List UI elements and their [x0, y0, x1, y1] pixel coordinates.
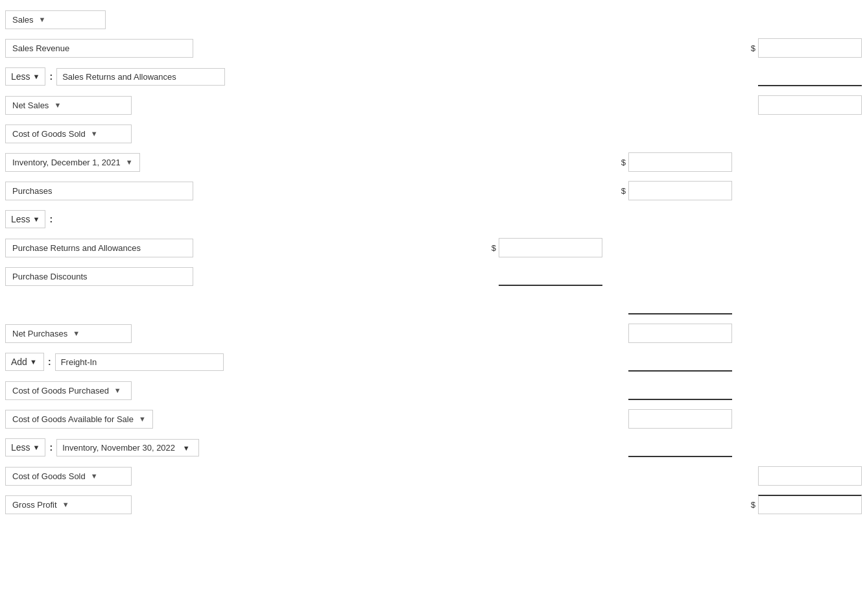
cogs2-input[interactable]: [758, 466, 862, 486]
less-inv-nov-input[interactable]: [628, 438, 732, 457]
gross-profit-input[interactable]: [758, 495, 862, 514]
cogs-header-label: Cost of Goods Sold: [12, 129, 86, 139]
sales-revenue-row: Sales Revenue $: [5, 34, 862, 62]
freight-input[interactable]: [628, 352, 732, 372]
cogs2-row: Cost of Goods Sold ▼: [5, 462, 862, 490]
sales-revenue-label-box: Sales Revenue: [5, 39, 193, 58]
inv-nov-label: Inventory, November 30, 2022: [62, 443, 175, 453]
subtotal-input-group: [628, 295, 732, 314]
cogp-label-box[interactable]: Cost of Goods Purchased ▼: [5, 381, 132, 400]
less1-arrow: ▼: [33, 73, 40, 80]
purchase-returns-input-group: $: [492, 238, 602, 257]
purchase-discounts-label-box: Purchase Discounts: [5, 267, 193, 286]
net-sales-input-group: [758, 95, 862, 115]
sales-header-arrow: ▼: [39, 16, 46, 23]
purchase-discounts-input-group: [499, 267, 602, 286]
cogs2-label-box[interactable]: Cost of Goods Sold ▼: [5, 467, 132, 486]
purchase-returns-row: Purchase Returns and Allowances $: [5, 233, 862, 262]
less3-arrow1: ▼: [33, 444, 40, 451]
cogp-input-group: [628, 381, 732, 400]
cogs-header-label-box[interactable]: Cost of Goods Sold ▼: [5, 124, 132, 143]
purchase-returns-label-box: Purchase Returns and Allowances: [5, 239, 193, 257]
less2-select-label: Less: [11, 214, 30, 224]
sales-returns-label: Sales Returns and Allowances: [62, 72, 176, 82]
cogas-row: Cost of Goods Available for Sale ▼: [5, 405, 862, 433]
sales-revenue-label: Sales Revenue: [12, 43, 69, 53]
cogp-input[interactable]: [628, 381, 732, 400]
less1-input-group: [758, 67, 862, 86]
purchase-returns-input[interactable]: [499, 238, 602, 257]
net-purchases-arrow: ▼: [73, 329, 80, 337]
cogp-arrow: ▼: [114, 386, 121, 394]
purchases-label: Purchases: [12, 186, 52, 196]
add-freight-row: Add ▼ : Freight-In: [5, 348, 862, 376]
inv-dec-label: Inventory, December 1, 2021: [12, 158, 121, 167]
less1-select[interactable]: Less ▼: [5, 67, 45, 86]
sales-revenue-input-group: $: [751, 38, 862, 58]
cogas-label-box[interactable]: Cost of Goods Available for Sale ▼: [5, 410, 153, 429]
net-sales-label-box[interactable]: Net Sales ▼: [5, 96, 132, 115]
less3-colon: :: [49, 442, 53, 453]
add-freight-input-group: [628, 352, 732, 372]
gross-profit-arrow: ▼: [62, 501, 69, 508]
sales-revenue-input[interactable]: [758, 38, 862, 58]
freight-text-box: Freight-In: [55, 353, 224, 371]
sales-header-dropdown[interactable]: Sales ▼: [5, 10, 106, 29]
inv-dec-input[interactable]: [628, 152, 732, 172]
less1-colon: :: [49, 71, 53, 82]
cogas-arrow: ▼: [139, 415, 146, 423]
freight-label: Freight-In: [61, 357, 97, 367]
gross-profit-label-box[interactable]: Gross Profit ▼: [5, 495, 132, 514]
subtotal-input[interactable]: [628, 295, 732, 314]
gross-profit-label: Gross Profit: [12, 500, 57, 510]
sales-revenue-dollar: $: [751, 43, 755, 53]
less2-select[interactable]: Less ▼: [5, 210, 45, 228]
less2-row: Less ▼ :: [5, 205, 862, 233]
less2-arrow: ▼: [33, 215, 40, 223]
net-sales-input[interactable]: [758, 95, 862, 115]
purchases-input[interactable]: [628, 181, 732, 200]
cogs-header-arrow: ▼: [91, 130, 98, 137]
cogs2-arrow: ▼: [91, 472, 98, 480]
inv-nov-text-box: Inventory, November 30, 2022 ▼: [56, 439, 199, 456]
less2-colon: :: [49, 214, 53, 224]
sales-returns-text-box: Sales Returns and Allowances: [56, 68, 225, 86]
sales-header-row: Sales ▼: [5, 5, 862, 34]
less3-select-label: Less: [11, 442, 30, 453]
purchases-label-box: Purchases: [5, 182, 193, 200]
less-inv-nov-input-group: [628, 438, 732, 457]
less-inv-nov-row: Less ▼ : Inventory, November 30, 2022 ▼: [5, 433, 862, 462]
purchase-discounts-input[interactable]: [499, 267, 602, 286]
purchases-dollar: $: [621, 186, 626, 196]
gross-profit-dollar: $: [751, 500, 755, 510]
inv-dec-row: Inventory, December 1, 2021 ▼ $: [5, 148, 862, 176]
subtotal-row: [5, 290, 862, 319]
add-select[interactable]: Add ▼: [5, 353, 44, 371]
purchases-row: Purchases $: [5, 176, 862, 205]
cogas-input[interactable]: [628, 409, 732, 429]
sales-returns-input[interactable]: [758, 67, 862, 86]
net-purchases-label-box[interactable]: Net Purchases ▼: [5, 324, 132, 343]
cogs2-input-group: [758, 466, 862, 486]
purchases-input-group: $: [621, 181, 732, 200]
purchase-discounts-label: Purchase Discounts: [12, 272, 88, 281]
inv-dec-label-box[interactable]: Inventory, December 1, 2021 ▼: [5, 153, 140, 172]
add-colon: :: [48, 357, 51, 367]
gross-profit-row: Gross Profit ▼ $: [5, 490, 862, 519]
less3-select[interactable]: Less ▼: [5, 438, 45, 456]
inv-nov-arrow2: ▼: [183, 444, 190, 452]
purchase-returns-label: Purchase Returns and Allowances: [12, 243, 141, 253]
cogs2-label: Cost of Goods Sold: [12, 471, 86, 481]
net-purchases-input[interactable]: [628, 324, 732, 343]
cogp-label: Cost of Goods Purchased: [12, 386, 109, 396]
cogs-header-row: Cost of Goods Sold ▼: [5, 119, 862, 148]
add-select-label: Add: [11, 357, 27, 367]
net-sales-label: Net Sales: [12, 101, 49, 110]
net-sales-row: Net Sales ▼: [5, 91, 862, 119]
less-sales-returns-row: Less ▼ : Sales Returns and Allowances: [5, 62, 862, 91]
purchase-returns-dollar: $: [492, 243, 496, 253]
inv-dec-dollar: $: [621, 158, 626, 167]
inv-dec-arrow: ▼: [126, 158, 133, 166]
less1-select-label: Less: [11, 71, 30, 82]
purchase-discounts-row: Purchase Discounts: [5, 262, 862, 290]
